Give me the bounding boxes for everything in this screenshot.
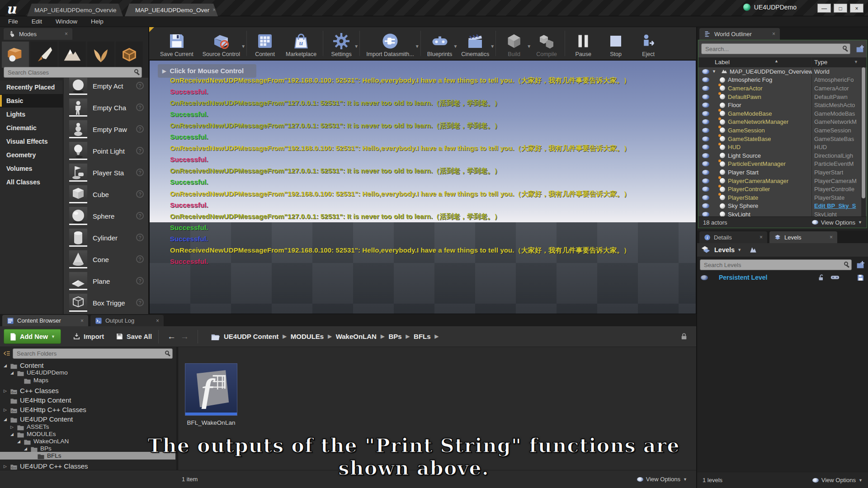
save-level-icon[interactable] <box>857 274 864 282</box>
add-new-button[interactable]: Add New ▼ <box>4 329 61 344</box>
menu-edit[interactable]: Edit <box>32 18 42 25</box>
levels-view-options[interactable]: View Options ▼ <box>812 477 863 483</box>
visibility-eye-icon[interactable] <box>702 203 709 208</box>
place-item-pointlight[interactable]: Point Light? <box>64 140 148 162</box>
tree-item-ue4udp-content[interactable]: ◢UE4UDP Content <box>0 414 73 424</box>
tree-expander-icon[interactable]: ◢ <box>3 363 8 368</box>
tree-item-assets[interactable]: ▷ASSETs <box>0 423 49 431</box>
levels-dropdown-button[interactable]: Levels ▼ <box>714 246 741 253</box>
add-level-icon[interactable] <box>855 260 865 269</box>
toolbar-import-datasmith[interactable]: ▼Import Datasmith... <box>362 29 419 59</box>
tree-expander-icon[interactable]: ◢ <box>3 417 8 422</box>
class-info-icon[interactable]: ? <box>136 234 144 241</box>
place-item-cube[interactable]: Cube? <box>64 183 148 205</box>
import-button[interactable]: Import <box>73 333 104 340</box>
eye-icon[interactable] <box>701 275 708 280</box>
tab-output-log[interactable]: Output Log × <box>90 315 164 326</box>
search-levels-input[interactable] <box>700 259 852 270</box>
category-recently-placed[interactable]: Recently Placed <box>0 80 63 94</box>
tree-item-wakeonlan[interactable]: ◢WakeOnLAN <box>0 437 69 445</box>
tree-item-maps[interactable]: Maps <box>0 376 48 384</box>
class-info-icon[interactable]: ? <box>136 277 144 285</box>
tree-expander-icon[interactable]: ▷ <box>3 389 8 393</box>
visibility-eye-icon[interactable] <box>702 153 709 158</box>
outliner-scrollbar[interactable] <box>861 67 866 219</box>
category-lights[interactable]: Lights <box>0 108 63 121</box>
toolbar-blueprints[interactable]: ▼Blueprints <box>423 29 457 59</box>
visibility-eye-icon[interactable] <box>702 161 709 166</box>
class-info-icon[interactable]: ? <box>136 169 144 176</box>
close-tab-icon[interactable]: × <box>156 318 159 324</box>
outliner-row-gamesession[interactable]: GameSessionGameSession <box>698 126 860 135</box>
outliner-row-gamenetworkmanager[interactable]: GameNetworkManagerGameNetworkM <box>698 118 860 127</box>
visibility-eye-icon[interactable] <box>702 136 709 141</box>
maximize-button[interactable]: □ <box>834 4 847 13</box>
category-cinematic[interactable]: Cinematic <box>0 121 63 135</box>
place-item-boxtrigger[interactable]: Box Trigge? <box>64 292 148 314</box>
class-info-icon[interactable]: ? <box>136 255 144 263</box>
visibility-eye-icon[interactable] <box>702 128 709 133</box>
tree-item-ue4http-content[interactable]: UE4Http Content <box>0 395 71 405</box>
lock-icon[interactable] <box>680 333 688 341</box>
outliner-row-sky-sphere[interactable]: Sky SphereEdit BP_Sky_S <box>698 202 860 211</box>
place-item-cylinder[interactable]: Cylinder? <box>64 227 148 249</box>
mode-button-place-mode[interactable] <box>2 42 29 68</box>
tab-world-outliner[interactable]: World Outliner × <box>699 28 780 40</box>
column-label[interactable]: Label <box>715 59 730 66</box>
outliner-row-particleeventmanager[interactable]: ParticleEventManagerParticleEventM <box>698 160 860 169</box>
outliner-row-atmospheric-fog[interactable]: Atmospheric FogAtmosphericFo <box>698 76 860 84</box>
outliner-search-input[interactable] <box>701 43 850 54</box>
outliner-row-map-ue4udpdemo-overview[interactable]: ▼MAP_UE4UDPDemo_OverviewWorld <box>698 67 860 76</box>
category-volumes[interactable]: Volumes <box>0 162 63 175</box>
toolbar-settings[interactable]: ▼Settings <box>325 29 358 59</box>
add-actor-icon[interactable] <box>855 44 865 53</box>
place-item-character[interactable]: Empty Cha? <box>64 97 148 118</box>
toolbar-source-control[interactable]: ▼Source Control <box>198 29 245 59</box>
map-tab-1[interactable]: MAP_UE4UDPDemo_Overvie <box>27 4 123 16</box>
outliner-row-cameraactor[interactable]: CameraActorCameraActor <box>698 84 860 93</box>
visibility-eye-icon[interactable] <box>702 77 709 82</box>
tree-expander-icon[interactable]: ▷ <box>9 425 14 429</box>
tree-item-bps[interactable]: ◢BPs <box>0 445 52 452</box>
outliner-row-gamestatebase[interactable]: GameStateBaseGameStateBas <box>698 135 860 143</box>
map-icon[interactable] <box>749 245 758 254</box>
history-back-button[interactable]: ← <box>167 332 176 342</box>
visibility-eye-icon[interactable] <box>702 187 709 192</box>
outliner-row-defaultpawn[interactable]: DefaultPawnDefaultPawn <box>698 93 860 101</box>
breadcrumb-modules[interactable]: MODULEs <box>291 333 324 340</box>
category-basic[interactable]: Basic <box>0 94 63 108</box>
menu-file[interactable]: File <box>8 18 18 25</box>
edit-blueprint-link[interactable]: Edit BP_Sky_S <box>814 202 856 209</box>
breadcrumb-bps[interactable]: BPs <box>388 333 401 340</box>
toolbar-pause[interactable]: Pause <box>567 29 599 59</box>
close-tab-icon[interactable]: × <box>760 234 763 240</box>
toolbar-eject[interactable]: Eject <box>632 29 665 59</box>
category-all-classes[interactable]: All Classes <box>0 175 63 189</box>
visibility-eye-icon[interactable] <box>702 69 709 74</box>
breadcrumb-wakeonlan[interactable]: WakeOnLAN <box>336 333 377 340</box>
map-tab-2[interactable]: MAP_UE4UDPDemo_Over × <box>125 4 218 16</box>
lock-open-icon[interactable] <box>817 274 825 282</box>
tree-expander-icon[interactable]: ◢ <box>9 371 14 375</box>
menu-help[interactable]: Help <box>91 18 104 25</box>
breadcrumb-bfls[interactable]: BFLs <box>414 333 431 340</box>
class-info-icon[interactable]: ? <box>136 212 144 220</box>
menu-window[interactable]: Window <box>56 18 77 25</box>
class-info-icon[interactable]: ? <box>136 82 144 89</box>
outliner-view-options[interactable]: View Options ▼ <box>812 219 862 226</box>
gamepad-icon[interactable] <box>830 274 840 281</box>
close-tab-icon[interactable]: × <box>830 234 833 240</box>
outliner-row-player-start[interactable]: Player StartPlayerStart <box>698 168 860 177</box>
tree-expander-icon[interactable]: ▷ <box>3 464 8 469</box>
class-info-icon[interactable]: ? <box>136 125 144 133</box>
class-info-icon[interactable]: ? <box>136 103 144 111</box>
column-type[interactable]: Type <box>814 59 827 66</box>
outliner-row-gamemodebase[interactable]: GameModeBaseGameModeBas <box>698 109 860 118</box>
visibility-eye-icon[interactable] <box>702 145 709 150</box>
tab-content-browser[interactable]: Content Browser × <box>2 315 88 326</box>
class-info-icon[interactable]: ? <box>136 147 144 155</box>
place-item-playerstart[interactable]: Player Sta? <box>64 162 148 183</box>
close-tab-icon[interactable]: × <box>65 31 68 37</box>
asset-bfl-wakeonlan[interactable]: f <box>185 363 237 416</box>
level-viewport[interactable]: ▶ Click for Mouse Control OnReceivedNewU… <box>149 60 696 314</box>
